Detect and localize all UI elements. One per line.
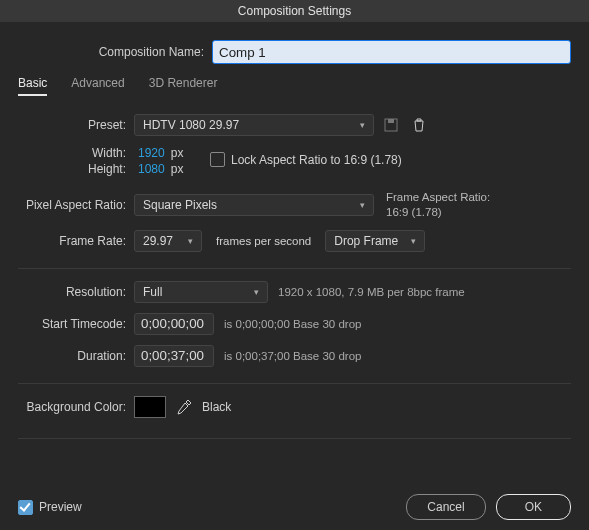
chevron-down-icon: ▾	[188, 236, 193, 246]
lock-aspect-label: Lock Aspect Ratio to 16:9 (1.78)	[231, 153, 402, 167]
composition-settings-dialog: Composition Settings Composition Name: B…	[0, 0, 589, 530]
width-label: Width:	[18, 146, 134, 160]
width-unit: px	[171, 146, 184, 160]
chevron-down-icon: ▾	[360, 120, 365, 130]
par-label: Pixel Aspect Ratio:	[18, 198, 134, 212]
chevron-down-icon: ▾	[254, 287, 259, 297]
start-tc-info: is 0;00;00;00 Base 30 drop	[224, 318, 361, 330]
par-select[interactable]: Square Pixels ▾	[134, 194, 374, 216]
duration-info: is 0;00;37;00 Base 30 drop	[224, 350, 361, 362]
trash-icon[interactable]	[408, 114, 430, 136]
preset-value: HDTV 1080 29.97	[143, 118, 239, 132]
duration-label: Duration:	[18, 349, 134, 363]
dialog-title: Composition Settings	[0, 0, 589, 22]
framerate-input[interactable]: 29.97 ▾	[134, 230, 202, 252]
height-unit: px	[171, 162, 184, 176]
framerate-label: Frame Rate:	[18, 234, 134, 248]
par-value: Square Pixels	[143, 198, 217, 212]
start-tc-input[interactable]	[134, 313, 214, 335]
comp-name-input[interactable]	[212, 40, 571, 64]
ok-button[interactable]: OK	[496, 494, 571, 520]
save-preset-icon[interactable]	[380, 114, 402, 136]
cancel-button[interactable]: Cancel	[406, 494, 485, 520]
resolution-info: 1920 x 1080, 7.9 MB per 8bpc frame	[278, 286, 465, 298]
preset-label: Preset:	[18, 118, 134, 132]
eyedropper-icon[interactable]	[176, 399, 192, 415]
svg-rect-1	[388, 119, 394, 123]
bg-color-swatch[interactable]	[134, 396, 166, 418]
tab-advanced[interactable]: Advanced	[71, 76, 124, 96]
dropframe-select[interactable]: Drop Frame ▾	[325, 230, 425, 252]
width-input[interactable]: 1920	[134, 146, 169, 160]
preview-label: Preview	[39, 500, 82, 514]
duration-input[interactable]	[134, 345, 214, 367]
chevron-down-icon: ▾	[360, 200, 365, 210]
fps-unit: frames per second	[216, 235, 311, 247]
chevron-down-icon: ▾	[411, 236, 416, 246]
preview-checkbox[interactable]	[18, 500, 33, 515]
tab-3d-renderer[interactable]: 3D Renderer	[149, 76, 218, 96]
lock-aspect-checkbox[interactable]	[210, 152, 225, 167]
resolution-label: Resolution:	[18, 285, 134, 299]
tab-basic[interactable]: Basic	[18, 76, 47, 96]
height-input[interactable]: 1080	[134, 162, 169, 176]
bg-color-name: Black	[202, 400, 231, 414]
preset-select[interactable]: HDTV 1080 29.97 ▾	[134, 114, 374, 136]
frame-aspect-info: Frame Aspect Ratio: 16:9 (1.78)	[386, 190, 490, 220]
start-tc-label: Start Timecode:	[18, 317, 134, 331]
resolution-select[interactable]: Full ▾	[134, 281, 268, 303]
comp-name-label: Composition Name:	[18, 45, 212, 59]
bg-color-label: Background Color:	[18, 400, 134, 414]
height-label: Height:	[18, 162, 134, 176]
